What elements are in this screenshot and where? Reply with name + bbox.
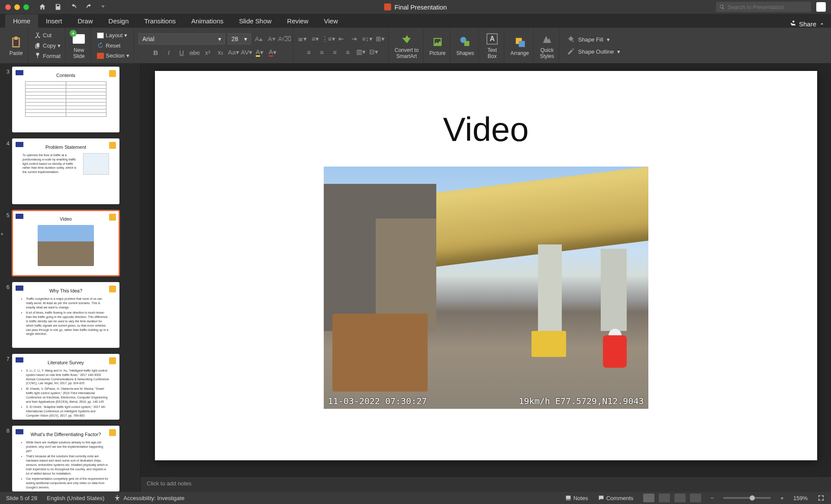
thumb-number: 6 [0,282,10,290]
home-icon[interactable] [39,3,46,11]
align-left-button[interactable]: ≡ [304,47,314,57]
tab-animations[interactable]: Animations [184,14,231,28]
language-indicator[interactable]: English (United States) [47,495,104,501]
format-painter-button[interactable]: Format [32,51,62,60]
align-right-button[interactable]: ≡ [330,47,340,57]
font-size-select[interactable]: 28▾ [228,33,251,45]
reset-icon [97,42,104,49]
zoom-in-button[interactable]: + [780,495,784,501]
increase-font-icon[interactable]: A▴ [254,34,264,44]
char-spacing-button[interactable]: AV▾ [242,47,252,58]
slide-thumb-7[interactable]: Literature SurveyS. Li, C. Li, Y. Wang a… [12,354,119,420]
strikethrough-button[interactable]: abc [190,47,200,58]
shape-fill-button[interactable]: Shape Fill ▾ [567,35,620,43]
notes-pane[interactable]: Click to add notes [141,476,831,492]
scissors-icon [34,32,41,39]
slide-content[interactable]: Video 11-03-2022 07:30:27 19km/h E77.572… [155,71,817,460]
tab-home[interactable]: Home [5,14,38,28]
font-color-button[interactable]: A▾ [267,47,278,58]
title-bar: Final Presentation [0,0,831,14]
save-icon[interactable] [54,3,62,11]
slide-thumb-3[interactable]: Contents [12,67,119,132]
section-icon [97,53,104,59]
columns-button[interactable]: ▥▾ [356,47,366,57]
slide-thumb-8[interactable]: What's the Differentiating Factor?While … [12,426,119,491]
slide-canvas[interactable]: Video 11-03-2022 07:30:27 19km/h E77.572… [141,63,831,476]
tab-draw[interactable]: Draw [70,14,101,28]
tab-transitions[interactable]: Transitions [136,14,184,28]
normal-view-icon[interactable] [643,494,654,502]
quick-styles-button[interactable]: Quick Styles [538,32,556,59]
slide-video-frame[interactable]: 11-03-2022 07:30:27 19km/h E77.5729,N12.… [324,167,648,409]
decrease-font-icon[interactable]: A▾ [267,34,277,44]
zoom-slider[interactable] [723,497,771,499]
highlight-button[interactable]: A▾ [254,47,265,58]
close-window-icon[interactable] [5,4,11,10]
multilevel-list-button[interactable]: ⋮≡▾ [323,34,334,44]
notes-toggle[interactable]: Notes [565,494,588,501]
slide-title[interactable]: Video [155,110,817,149]
slideshow-view-icon[interactable] [690,494,701,502]
zoom-level[interactable]: 159% [793,495,808,501]
redo-icon[interactable] [85,3,93,11]
fit-to-window-icon[interactable] [817,494,825,502]
shapes-button[interactable]: Shapes [454,35,476,56]
undo-icon[interactable] [70,3,77,11]
reading-view-icon[interactable] [674,494,686,502]
chevron-up-icon[interactable] [819,21,825,27]
text-direction-button[interactable]: ⊞▾ [375,34,386,44]
user-avatar[interactable] [816,2,826,12]
search-box[interactable] [716,2,811,12]
slide-thumb-4[interactable]: Problem StatementTo optimize the flow of… [12,138,119,204]
slide-thumbnails[interactable]: 3Contents4Problem StatementTo optimize t… [0,63,141,492]
qat-customize-icon[interactable] [101,3,105,11]
comments-toggle[interactable]: Comments [598,494,634,501]
justify-button[interactable]: ≡ [343,47,353,57]
textbox-button[interactable]: AText Box [483,32,501,59]
align-text-button[interactable]: ⊟▾ [369,47,379,57]
brush-icon [34,52,41,59]
share-label: Share [799,20,816,28]
cut-button[interactable]: Cut [32,31,53,39]
search-input[interactable] [728,4,808,10]
convert-smartart-button[interactable]: Convert to SmartArt [393,32,420,59]
section-button[interactable]: Section ▾ [95,51,131,60]
arrange-button[interactable]: Arrange [509,35,531,56]
minimize-window-icon[interactable] [14,4,20,10]
tab-insert[interactable]: Insert [38,14,70,28]
accessibility-button[interactable]: Accessibility: Investigate [114,494,184,501]
slide-thumb-5[interactable]: Video [12,210,119,276]
tab-review[interactable]: Review [279,14,316,28]
decrease-indent-button[interactable]: ⇤ [336,34,347,44]
subscript-button[interactable]: x₂ [216,47,226,58]
tab-view[interactable]: View [316,14,346,28]
new-slide-button[interactable]: + New Slide [70,32,88,59]
layout-button[interactable]: Layout ▾ [95,31,129,39]
maximize-window-icon[interactable] [23,4,29,10]
video-gps: 19km/h E77.5729,N12.9043 [519,396,644,406]
share-button[interactable]: Share [789,20,825,28]
underline-button[interactable]: U [177,47,187,58]
line-spacing-button[interactable]: ≡↕▾ [362,34,373,44]
numbering-button[interactable]: ≡▾ [310,34,321,44]
align-center-button[interactable]: ≡ [317,47,327,57]
copy-button[interactable]: Copy ▾ [32,41,62,50]
increase-indent-button[interactable]: ⇥ [349,34,360,44]
picture-button[interactable]: Picture [428,35,447,56]
paste-button[interactable]: Paste [7,35,25,56]
clear-formatting-icon[interactable]: A⌫ [280,34,290,44]
italic-button[interactable]: I [164,47,174,58]
slide-thumb-6[interactable]: Why This Idea?Traffic congestion is a ma… [12,282,119,348]
sorter-view-icon[interactable] [659,494,670,502]
font-name-select[interactable]: Arial▾ [138,33,225,45]
tab-slideshow[interactable]: Slide Show [231,14,279,28]
bold-button[interactable]: B [151,47,161,58]
shape-outline-button[interactable]: Shape Outline ▾ [567,48,620,55]
change-case-button[interactable]: Aa▾ [229,47,239,58]
reset-button[interactable]: Reset [95,41,122,50]
bullets-button[interactable]: ≣▾ [297,34,308,44]
arrange-icon [514,36,526,48]
tab-design[interactable]: Design [101,14,137,28]
zoom-out-button[interactable]: − [711,495,714,501]
superscript-button[interactable]: x² [203,47,213,58]
